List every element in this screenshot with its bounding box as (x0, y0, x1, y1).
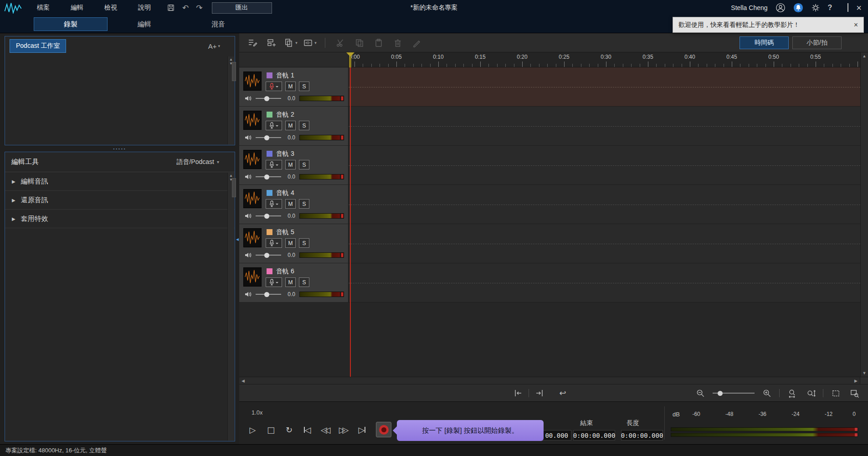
section-edit-audio[interactable]: ▶ 編輯音訊 (5, 172, 235, 191)
rewind-button[interactable]: ◁◁ (319, 424, 332, 436)
volume-slider[interactable] (256, 255, 281, 256)
time-ruler[interactable]: 0:000:050:100:150:200:250:300:350:400:45… (349, 52, 860, 67)
volume-slider[interactable] (256, 215, 281, 216)
scroll-right-icon[interactable]: ▶ (852, 379, 860, 383)
settings-gear-icon[interactable] (811, 3, 820, 12)
mute-button[interactable]: M (285, 82, 296, 91)
volume-slider[interactable] (256, 98, 281, 99)
volume-slider[interactable] (256, 176, 281, 177)
mute-button[interactable]: M (285, 160, 296, 169)
track-lane[interactable] (349, 67, 860, 107)
solo-button[interactable]: S (299, 121, 309, 130)
menu-view[interactable]: 檢視 (94, 4, 128, 12)
tools-mode-dropdown[interactable]: 語音/Podcast▾ (176, 158, 228, 166)
track-header[interactable]: 音軌 6 M S 0.0 (239, 263, 349, 302)
import-media-icon[interactable]: ▾ (283, 36, 298, 50)
fit-project-icon[interactable] (829, 387, 842, 400)
fast-forward-button[interactable]: ▷▷ (338, 424, 350, 436)
scroll-down-icon[interactable]: ▼ (863, 371, 867, 375)
undo-button[interactable]: ↶ (182, 4, 189, 12)
redo-button[interactable]: ↷ (196, 4, 202, 12)
solo-button[interactable]: S (299, 160, 309, 169)
snap-previous-icon[interactable] (512, 387, 524, 400)
solo-button[interactable]: S (299, 238, 309, 248)
track-lane[interactable] (349, 146, 860, 185)
playhead-line[interactable] (350, 67, 351, 377)
stop-button[interactable]: □ (265, 424, 277, 436)
timecode-view-button[interactable]: 時間碼 (740, 36, 789, 49)
track-header[interactable]: 音軌 2 M S 0.0 (239, 107, 349, 146)
section-restore-audio[interactable]: ▶ 還原音訊 (5, 191, 235, 210)
menu-file[interactable]: 檔案 (26, 4, 60, 12)
add-track-icon[interactable] (264, 36, 279, 50)
track-lane[interactable] (349, 107, 860, 146)
zoom-out-icon[interactable] (694, 387, 707, 400)
sidebar-collapse-icon[interactable]: ◂ (235, 232, 240, 246)
scroll-up-icon[interactable]: ▲ (229, 57, 233, 61)
record-arm-button[interactable] (266, 238, 282, 248)
track-header[interactable]: 音軌 1 M S 0.0 (239, 67, 349, 107)
go-to-start-button[interactable]: ◁ (301, 424, 313, 436)
tab-record[interactable]: 錄製 (34, 17, 108, 31)
zoom-horizontal-icon[interactable] (786, 387, 798, 400)
zoom-region-icon[interactable] (848, 387, 861, 400)
track-header[interactable]: 音軌 4 M S 0.0 (239, 185, 349, 224)
track-lane[interactable] (349, 224, 860, 263)
go-to-end-button[interactable]: ▷ (356, 424, 368, 436)
scroll-left-icon[interactable]: ◀ (239, 379, 247, 383)
tab-edit[interactable]: 編輯 (108, 17, 181, 31)
scroll-up-icon[interactable]: ▲ (863, 54, 867, 58)
zoom-in-icon[interactable] (760, 387, 773, 400)
scrollbar-thumb[interactable] (232, 178, 236, 197)
end-time-field[interactable]: 0:00:00.000 (573, 430, 615, 441)
record-arm-button[interactable] (266, 277, 282, 287)
timeline-vertical-scrollbar[interactable]: ▲ ▼ (860, 52, 868, 377)
insert-clip-icon[interactable]: ▾ (302, 36, 318, 50)
track-lane[interactable] (349, 185, 860, 224)
reset-zoom-icon[interactable]: ↩ (556, 387, 569, 400)
menu-help[interactable]: 說明 (128, 4, 161, 12)
volume-slider[interactable] (256, 137, 281, 138)
solo-button[interactable]: S (299, 199, 309, 209)
solo-button[interactable]: S (299, 82, 309, 91)
scrollbar-thumb[interactable] (232, 62, 236, 81)
bars-beats-view-button[interactable]: 小節/拍 (792, 36, 842, 49)
mute-button[interactable]: M (285, 199, 296, 209)
playback-speed[interactable]: 1.0x (252, 409, 263, 416)
maximize-button[interactable] (847, 4, 848, 12)
panel-splitter[interactable]: ••••• (5, 145, 235, 152)
zoom-slider[interactable] (713, 393, 755, 394)
track-lane[interactable] (349, 263, 860, 302)
close-button[interactable]: × (856, 3, 862, 12)
section-apply-effects[interactable]: ▶ 套用特效 (5, 210, 235, 228)
timeline-horizontal-scrollbar[interactable]: ◀ ▶ (239, 377, 868, 384)
loop-button[interactable]: ↻ (283, 424, 295, 436)
length-field[interactable]: 0:00:00.000 (621, 430, 663, 441)
tools-scrollbar[interactable]: ▲ ▼ (227, 173, 234, 441)
play-button[interactable]: ▷ (247, 424, 259, 436)
font-size-control[interactable]: A+▾ (208, 42, 230, 50)
solo-button[interactable]: S (299, 277, 309, 287)
zoom-vertical-icon[interactable] (804, 387, 817, 400)
export-button[interactable]: 匯出 (212, 2, 272, 14)
scroll-up-icon[interactable]: ▲ (229, 174, 233, 178)
mute-button[interactable]: M (285, 238, 296, 248)
help-button[interactable]: ? (828, 4, 832, 12)
podcast-workspace-button[interactable]: Podcast 工作室 (10, 39, 66, 53)
snap-next-icon[interactable] (533, 387, 546, 400)
mute-button[interactable]: M (285, 277, 296, 287)
recordings-scrollbar[interactable]: ▲ ▼ (227, 56, 234, 144)
timeline-empty-region[interactable] (239, 302, 860, 377)
toast-close-icon[interactable]: × (854, 21, 858, 29)
record-button[interactable] (376, 422, 391, 437)
record-arm-button[interactable] (266, 121, 282, 130)
notifications-bell-icon[interactable] (793, 3, 803, 13)
save-icon[interactable] (167, 4, 175, 12)
record-arm-button[interactable] (266, 199, 282, 209)
record-arm-button[interactable] (266, 160, 282, 169)
track-header[interactable]: 音軌 3 M S 0.0 (239, 146, 349, 185)
menu-edit[interactable]: 編輯 (60, 4, 94, 12)
record-arm-button[interactable] (266, 82, 282, 91)
track-manager-icon[interactable] (245, 36, 260, 50)
tab-mix[interactable]: 混音 (181, 17, 255, 31)
